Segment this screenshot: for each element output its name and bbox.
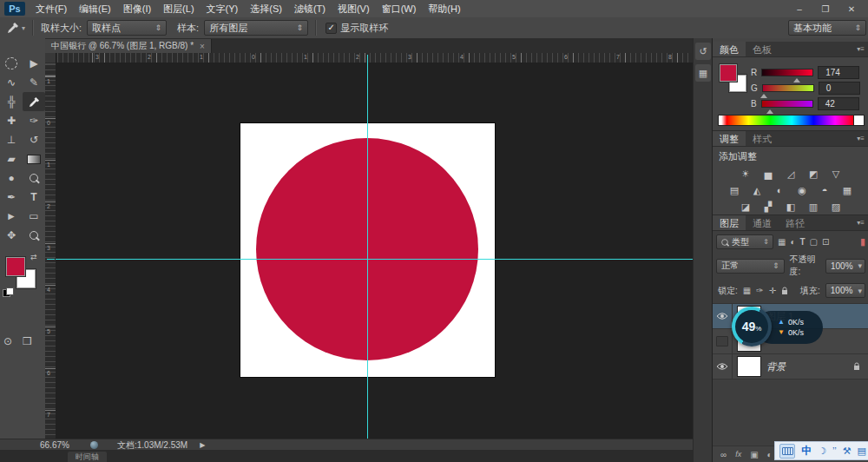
tab-close-icon[interactable]: × xyxy=(200,42,205,51)
crop-tool[interactable]: ╬ xyxy=(0,92,23,111)
curves-icon[interactable]: ◿ xyxy=(784,168,798,180)
history-panel-button[interactable]: ↺ xyxy=(695,43,711,60)
filter-toggle-switch[interactable]: ▮ xyxy=(860,236,865,248)
sample-dropdown[interactable]: 所有图层⇕ xyxy=(204,20,308,36)
color-balance-icon[interactable]: ◭ xyxy=(750,185,764,196)
show-sampling-ring-checkbox[interactable]: ✓ xyxy=(326,23,337,34)
properties-panel-button[interactable]: ▦ xyxy=(695,64,711,82)
gradient-map-icon[interactable]: ▥ xyxy=(806,201,820,213)
menu-edit[interactable]: 编辑(E) xyxy=(79,3,111,16)
panel-menu-icon[interactable]: ▾≡ xyxy=(857,131,868,146)
spot-healing-brush-tool[interactable]: ✚ xyxy=(0,111,23,130)
zoom-level-field[interactable]: 66.67% xyxy=(40,440,80,450)
menu-filter[interactable]: 滤镜(T) xyxy=(294,3,326,16)
fullwidth-moon-icon[interactable]: ☽ xyxy=(818,442,826,459)
close-button[interactable]: ✕ xyxy=(845,4,858,14)
threshold-icon[interactable]: ◧ xyxy=(784,201,798,213)
type-tool[interactable]: T xyxy=(23,188,45,207)
rectangle-tool[interactable]: ▭ xyxy=(23,207,45,226)
punctuation-icon[interactable]: ’’ xyxy=(832,442,837,459)
black-white-icon[interactable]: ◐ xyxy=(773,185,786,196)
menu-type[interactable]: 文字(Y) xyxy=(207,3,239,16)
selective-color-icon[interactable]: ▨ xyxy=(829,201,843,213)
menu-help[interactable]: 帮助(H) xyxy=(428,3,460,16)
fill-dropdown[interactable]: 100%▾ xyxy=(825,283,865,298)
filter-type-icon[interactable]: T xyxy=(800,237,806,247)
blur-tool[interactable]: ● xyxy=(0,168,23,188)
panel-menu-icon[interactable]: ▾≡ xyxy=(857,215,868,230)
blue-slider[interactable] xyxy=(761,100,813,108)
layer-row-background[interactable]: 背景 xyxy=(713,354,868,380)
link-layers-icon[interactable]: ∞ xyxy=(720,450,727,459)
soft-keyboard-button[interactable] xyxy=(779,444,795,459)
green-value-field[interactable]: 0 xyxy=(819,82,860,95)
tab-channels[interactable]: 通道 xyxy=(746,215,779,230)
red-value-field[interactable]: 174 xyxy=(818,66,859,79)
restore-button[interactable]: ❐ xyxy=(819,4,832,14)
blue-value-field[interactable]: 42 xyxy=(818,97,859,110)
lasso-tool[interactable]: ∿ xyxy=(0,73,23,92)
posterize-icon[interactable]: ▞ xyxy=(761,201,775,213)
visibility-cell[interactable] xyxy=(713,329,733,353)
visibility-cell[interactable] xyxy=(713,304,733,328)
spectrum-white-chip[interactable] xyxy=(853,115,865,126)
photo-filter-icon[interactable]: ◉ xyxy=(795,185,809,196)
vibrance-icon[interactable]: ▽ xyxy=(829,168,843,180)
zoom-tool[interactable] xyxy=(23,226,45,245)
add-mask-icon[interactable]: ▣ xyxy=(750,450,758,459)
panel-menu-icon[interactable]: ▾≡ xyxy=(857,42,868,56)
dodge-tool[interactable] xyxy=(23,168,45,188)
tab-adjustments[interactable]: 调整 xyxy=(713,131,746,146)
layer-effects-icon[interactable]: fx xyxy=(735,450,741,459)
menu-image[interactable]: 图像(I) xyxy=(123,3,151,16)
move-tool[interactable]: ▶ xyxy=(23,54,45,73)
lock-paint-icon[interactable]: ✑ xyxy=(756,286,763,295)
lock-all-icon[interactable] xyxy=(781,287,788,295)
sample-size-dropdown[interactable]: 取样点⇕ xyxy=(87,20,167,36)
menu-window[interactable]: 窗口(W) xyxy=(382,3,417,16)
filter-pixel-icon[interactable]: ▦ xyxy=(778,237,786,247)
timeline-panel-tab[interactable]: 时间轴 xyxy=(68,452,107,462)
color-lookup-icon[interactable]: ▦ xyxy=(840,185,854,196)
menu-view[interactable]: 视图(V) xyxy=(338,3,370,16)
red-slider[interactable] xyxy=(761,69,813,76)
minimize-button[interactable]: – xyxy=(793,4,806,14)
net-speed-ball[interactable]: 49% xyxy=(732,307,772,346)
exposure-icon[interactable]: ◩ xyxy=(806,168,820,180)
color-spectrum-ramp[interactable] xyxy=(718,115,855,126)
layer-thumbnail[interactable] xyxy=(738,357,760,376)
layer-filter-dropdown[interactable]: 类型 ⇕ xyxy=(716,234,773,249)
brush-tool[interactable]: ✑ xyxy=(23,111,45,130)
panel-foreground-swatch[interactable] xyxy=(720,64,737,82)
filter-shape-icon[interactable]: ▢ xyxy=(810,237,818,247)
green-slider[interactable] xyxy=(762,84,814,92)
filter-smart-object-icon[interactable]: ⊡ xyxy=(822,237,829,247)
tool-preset-badge[interactable]: ▾ xyxy=(7,22,25,34)
vertical-guide[interactable] xyxy=(367,63,368,439)
hand-tool[interactable]: ✥ xyxy=(0,226,23,245)
quick-mask-button[interactable]: ⊙ xyxy=(3,332,12,351)
document-tab[interactable]: 中国银行 @ 66.7% (图层 1, RGB/8) * × xyxy=(45,39,212,53)
brightness-contrast-icon[interactable]: ☀ xyxy=(739,168,753,180)
visibility-cell[interactable] xyxy=(713,354,733,379)
slider-thumb[interactable] xyxy=(766,106,773,114)
levels-icon[interactable]: ▅ xyxy=(761,168,775,180)
tab-layers[interactable]: 图层 xyxy=(713,215,746,230)
channel-mixer-icon[interactable]: ◓ xyxy=(818,185,832,196)
tab-swatches[interactable]: 色板 xyxy=(746,42,779,56)
canvas-pasteboard[interactable] xyxy=(56,63,693,439)
ime-mode-toggle[interactable]: 中 xyxy=(801,444,812,459)
blend-mode-dropdown[interactable]: 正常⇕ xyxy=(716,259,785,274)
lock-move-icon[interactable]: ✛ xyxy=(769,286,776,295)
filter-adjustment-icon[interactable]: ◐ xyxy=(790,237,795,247)
path-selection-tool[interactable]: ► xyxy=(0,207,23,226)
horizontal-guide[interactable] xyxy=(56,259,693,260)
lock-transparency-icon[interactable]: ▦ xyxy=(743,286,751,295)
menu-file[interactable]: 文件(F) xyxy=(36,3,67,16)
opacity-dropdown[interactable]: 100%▾ xyxy=(825,259,865,274)
gradient-tool[interactable] xyxy=(23,149,45,168)
screen-mode-button[interactable]: ❒ xyxy=(23,332,32,351)
foreground-color-swatch[interactable] xyxy=(6,257,25,276)
hue-saturation-icon[interactable]: ▤ xyxy=(727,185,741,196)
layer-name[interactable]: 背景 xyxy=(766,360,786,373)
